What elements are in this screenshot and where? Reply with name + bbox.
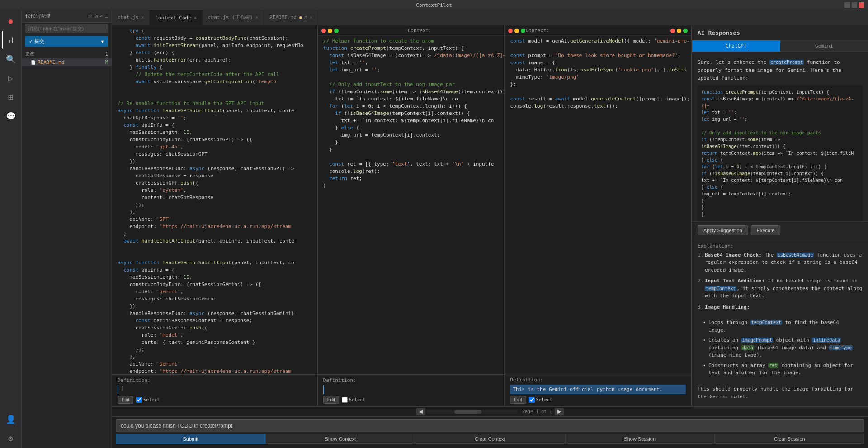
title-bar: ContextPilot bbox=[0, 0, 868, 10]
code-line: function createPrompt(tempContext, input… bbox=[318, 45, 505, 52]
activity-icon-settings[interactable]: ⚙ bbox=[2, 429, 20, 447]
traffic-light-green-right-r[interactable] bbox=[683, 29, 688, 33]
middle-definition-actions: Edit Select bbox=[323, 396, 499, 404]
left-edit-button[interactable]: Edit bbox=[118, 396, 133, 404]
code-line: console.log(result.response.text()); bbox=[505, 103, 691, 110]
commit-button[interactable]: ✓ 提交 ▼ bbox=[25, 36, 108, 47]
file-icon: 📄 bbox=[31, 60, 36, 65]
traffic-light-yellow-middle[interactable] bbox=[328, 29, 332, 33]
code-line bbox=[112, 93, 317, 100]
code-line: } catch (err) { bbox=[112, 49, 317, 57]
ai-tab-gemini[interactable]: Gemini bbox=[780, 40, 868, 52]
code-line: maxSessionLength: 10, bbox=[112, 274, 317, 281]
sidebar-icon-refresh[interactable]: ↺ bbox=[94, 13, 98, 19]
show-context-button[interactable]: Show Context bbox=[265, 434, 415, 444]
tab-close-chat-js-work[interactable]: × bbox=[255, 15, 258, 20]
ai-content[interactable]: Sure, let's enhance the createPrompt fun… bbox=[692, 52, 868, 221]
file-item-readme[interactable]: 📄 README.md ↩ ↺ + … M bbox=[22, 58, 112, 66]
activity-icon-source-control[interactable]: ⑁ bbox=[2, 31, 20, 49]
code-line: constructBodyFunc: (chatSessionGPT) => (… bbox=[112, 136, 317, 143]
code-line: txt += `In context: ${tempContext[i].fil… bbox=[318, 117, 505, 124]
maximize-button[interactable] bbox=[852, 2, 857, 8]
execute-button[interactable]: Execute bbox=[751, 225, 781, 235]
right-edit-button[interactable]: Edit bbox=[510, 396, 526, 404]
middle-code-content[interactable]: // Helper function to create the prom fu… bbox=[318, 36, 505, 374]
minimize-button[interactable] bbox=[844, 2, 850, 8]
ai-panel-header: AI Responses bbox=[692, 26, 868, 40]
ai-tab-chatgpt[interactable]: ChatGPT bbox=[692, 40, 780, 52]
horizontal-scrollbar[interactable] bbox=[427, 410, 518, 414]
code-line: handleResponseFunc: async (response, cha… bbox=[112, 165, 317, 172]
sidebar-header: 代代码管理 ☰ ↺ ↶ … bbox=[22, 10, 112, 23]
right-select-label[interactable]: Select bbox=[529, 397, 552, 403]
traffic-light-green-middle[interactable] bbox=[334, 29, 339, 33]
activity-icon-search[interactable]: 🔍 bbox=[2, 50, 20, 68]
commit-message-input[interactable] bbox=[25, 24, 108, 33]
bottom-bar: Submit Show Context Clear Context Show S… bbox=[112, 416, 868, 448]
next-page-button[interactable]: ▶ bbox=[555, 408, 564, 415]
tab-readme[interactable]: README.md M × bbox=[264, 10, 318, 25]
traffic-light-red-right-l[interactable] bbox=[508, 29, 513, 33]
activity-icon-extensions[interactable]: ⊞ bbox=[2, 88, 20, 106]
sidebar-icon-more[interactable]: … bbox=[105, 13, 108, 19]
submit-button[interactable]: Submit bbox=[116, 434, 265, 444]
apply-suggestion-button[interactable]: Apply Suggestion bbox=[698, 225, 748, 235]
main-content: chat.js × Context Code × chat.js (工作树) ×… bbox=[112, 10, 868, 448]
code-line: }, bbox=[112, 353, 317, 361]
right-select-checkbox[interactable] bbox=[529, 397, 535, 403]
ai-actions: Apply Suggestion Execute bbox=[692, 221, 868, 239]
tab-chat-js-work[interactable]: chat.js (工作树) × bbox=[203, 10, 264, 25]
traffic-light-red-right-r[interactable] bbox=[670, 29, 675, 33]
scrollbar-thumb[interactable] bbox=[454, 410, 481, 414]
right-code-content[interactable]: const model = genAI.getGenerativeModel({… bbox=[505, 36, 691, 374]
bottom-buttons: Submit Show Context Clear Context Show S… bbox=[116, 434, 864, 444]
code-line: // Only add inputText to the non-image p… bbox=[318, 81, 505, 88]
left-select-label[interactable]: Select bbox=[136, 397, 160, 403]
commit-label: ✓ 提交 bbox=[29, 38, 44, 45]
tab-chat-js[interactable]: chat.js × bbox=[112, 10, 150, 25]
prev-page-button[interactable]: ◀ bbox=[416, 408, 425, 415]
code-line: const isBase64Image = (context) => /^dat… bbox=[318, 52, 505, 59]
traffic-light-red-middle[interactable] bbox=[321, 29, 326, 33]
tab-label-chat-js-work: chat.js (工作树) bbox=[208, 14, 253, 21]
code-line: mimeType: 'image/png' bbox=[505, 74, 691, 81]
sidebar-icon-list: ☰ bbox=[88, 13, 93, 19]
middle-edit-button[interactable]: Edit bbox=[323, 396, 339, 404]
code-line: } bbox=[318, 139, 505, 146]
explanation-list: Base64 Image Check: The isBase64Image fu… bbox=[698, 252, 863, 311]
code-line: if (!tempContext.some(item => isBase64Im… bbox=[318, 88, 505, 95]
activity-icon-chat[interactable]: 💬 bbox=[2, 107, 20, 125]
activity-icon-run[interactable]: ▷ bbox=[2, 69, 20, 87]
explanation-item-1: Base64 Image Check: The isBase64Image fu… bbox=[698, 252, 863, 274]
explanation-section: Explanation: Base64 Image Check: The isB… bbox=[692, 239, 868, 406]
middle-definition-area: Definition: Edit Select bbox=[318, 374, 505, 406]
tab-close-context-code[interactable]: × bbox=[194, 15, 197, 20]
tab-context-code[interactable]: Context Code × bbox=[150, 10, 203, 25]
code-line: messages: chatSessionGPT bbox=[112, 151, 317, 158]
tab-close-chat-js[interactable]: × bbox=[141, 15, 144, 20]
clear-session-button[interactable]: Clear Session bbox=[715, 434, 864, 444]
changes-label: 更改 bbox=[25, 51, 34, 57]
activity-icon-logo[interactable]: ● bbox=[2, 12, 20, 30]
app-container: ● ⑁ 🔍 ▷ ⊞ 💬 👤 ⚙ 代代码管理 ☰ ↺ ↶ … ✓ 提交 ▼ 更改 bbox=[0, 10, 868, 448]
clear-context-button[interactable]: Clear Context bbox=[415, 434, 565, 444]
middle-select-checkbox[interactable] bbox=[342, 397, 348, 403]
left-select-checkbox[interactable] bbox=[136, 397, 142, 403]
close-button[interactable] bbox=[859, 2, 864, 8]
middle-select-label[interactable]: Select bbox=[342, 397, 365, 403]
code-line: chatGptResponse = ''; bbox=[112, 114, 317, 122]
sidebar-icon-undo[interactable]: ↶ bbox=[100, 13, 103, 19]
code-line: }); bbox=[112, 346, 317, 353]
traffic-light-yellow-right-r[interactable] bbox=[677, 29, 681, 33]
code-line: }), bbox=[112, 158, 317, 165]
show-session-button[interactable]: Show Session bbox=[565, 434, 715, 444]
left-code-content[interactable]: try { const requestBody = constructBodyF… bbox=[112, 26, 317, 374]
tab-close-readme[interactable]: × bbox=[310, 15, 312, 20]
chat-input[interactable] bbox=[116, 419, 864, 432]
ai-panel: AI Responses ChatGPT Gemini Sure, let's … bbox=[692, 26, 868, 406]
code-line: utils.handleError(err, apiName); bbox=[112, 57, 317, 64]
traffic-light-yellow-right-l[interactable] bbox=[514, 29, 519, 33]
activity-icon-accounts[interactable]: 👤 bbox=[2, 410, 20, 428]
traffic-light-green-right-l[interactable] bbox=[521, 29, 525, 33]
ai-tab-chatgpt-label: ChatGPT bbox=[726, 43, 746, 49]
